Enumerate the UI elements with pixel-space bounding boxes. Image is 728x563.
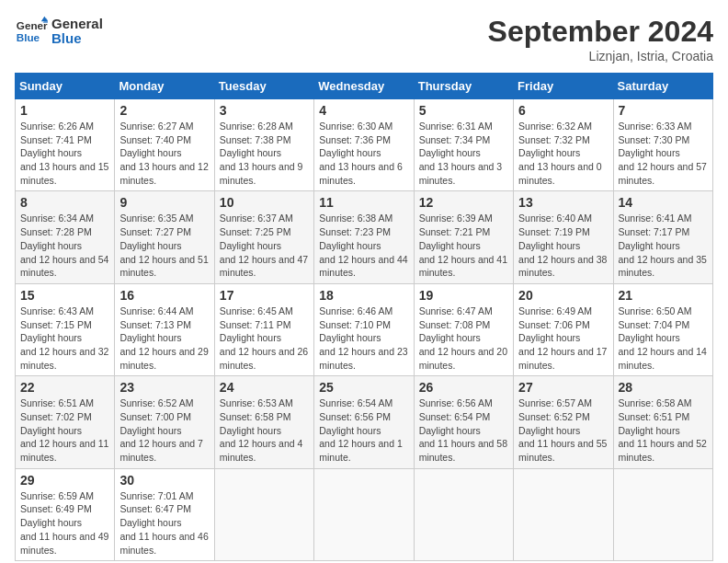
col-header-saturday: Saturday [613, 74, 712, 99]
calendar-cell: 13 Sunrise: 6:40 AMSunset: 7:19 PMDaylig… [514, 191, 613, 283]
day-detail: Sunrise: 6:30 AMSunset: 7:36 PMDaylight … [319, 121, 403, 186]
svg-text:Blue: Blue [17, 31, 40, 43]
day-number: 5 [419, 103, 508, 118]
calendar-cell: 23 Sunrise: 6:52 AMSunset: 7:00 PMDaylig… [115, 376, 214, 468]
day-detail: Sunrise: 6:57 AMSunset: 6:52 PMDaylight … [518, 397, 607, 463]
day-number: 8 [20, 195, 109, 210]
day-detail: Sunrise: 6:37 AMSunset: 7:25 PMDaylight … [220, 213, 308, 278]
calendar-table: SundayMondayTuesdayWednesdayThursdayFrid… [15, 73, 713, 561]
calendar-cell: 5 Sunrise: 6:31 AMSunset: 7:34 PMDayligh… [414, 99, 513, 191]
day-detail: Sunrise: 6:51 AMSunset: 7:02 PMDaylight … [20, 397, 108, 463]
calendar-week-4: 22 Sunrise: 6:51 AMSunset: 7:02 PMDaylig… [16, 376, 713, 468]
calendar-week-2: 8 Sunrise: 6:34 AMSunset: 7:28 PMDayligh… [16, 191, 713, 283]
logo: General Blue General Blue [15, 15, 103, 48]
header-row: SundayMondayTuesdayWednesdayThursdayFrid… [16, 74, 713, 99]
day-number: 26 [419, 380, 508, 395]
day-detail: Sunrise: 6:56 AMSunset: 6:54 PMDaylight … [419, 397, 507, 463]
calendar-cell: 25 Sunrise: 6:54 AMSunset: 6:56 PMDaylig… [314, 376, 414, 468]
day-number: 27 [518, 380, 608, 395]
calendar-cell: 16 Sunrise: 6:44 AMSunset: 7:13 PMDaylig… [115, 283, 214, 375]
calendar-cell: 27 Sunrise: 6:57 AMSunset: 6:52 PMDaylig… [514, 376, 613, 468]
day-number: 14 [619, 195, 708, 210]
logo-general: General [51, 17, 103, 32]
calendar-cell: 9 Sunrise: 6:35 AMSunset: 7:27 PMDayligh… [115, 191, 214, 283]
day-detail: Sunrise: 6:58 AMSunset: 6:51 PMDaylight … [619, 397, 707, 463]
calendar-cell [414, 468, 513, 560]
calendar-cell: 24 Sunrise: 6:53 AMSunset: 6:58 PMDaylig… [214, 376, 313, 468]
day-number: 18 [319, 288, 408, 303]
calendar-week-3: 15 Sunrise: 6:43 AMSunset: 7:15 PMDaylig… [16, 283, 713, 375]
day-number: 17 [220, 288, 309, 303]
day-detail: Sunrise: 6:38 AMSunset: 7:23 PMDaylight … [319, 213, 407, 278]
day-number: 6 [518, 103, 608, 118]
logo-icon: General Blue [15, 15, 48, 48]
calendar-cell: 2 Sunrise: 6:27 AMSunset: 7:40 PMDayligh… [115, 99, 214, 191]
day-number: 28 [619, 380, 708, 395]
col-header-monday: Monday [115, 74, 214, 99]
location: Liznjan, Istria, Croatia [488, 49, 713, 63]
day-number: 25 [319, 380, 408, 395]
calendar-cell: 11 Sunrise: 6:38 AMSunset: 7:23 PMDaylig… [314, 191, 414, 283]
day-detail: Sunrise: 6:49 AMSunset: 7:06 PMDaylight … [518, 305, 607, 371]
calendar-cell: 17 Sunrise: 6:45 AMSunset: 7:11 PMDaylig… [214, 283, 313, 375]
day-detail: Sunrise: 6:54 AMSunset: 6:56 PMDaylight … [319, 397, 403, 463]
calendar-cell: 1 Sunrise: 6:26 AMSunset: 7:41 PMDayligh… [16, 99, 115, 191]
col-header-friday: Friday [514, 74, 613, 99]
day-number: 1 [20, 103, 109, 118]
calendar-cell: 4 Sunrise: 6:30 AMSunset: 7:36 PMDayligh… [314, 99, 414, 191]
day-detail: Sunrise: 6:31 AMSunset: 7:34 PMDaylight … [419, 121, 503, 186]
page-header: General Blue General Blue September 2024… [15, 15, 713, 63]
calendar-cell: 28 Sunrise: 6:58 AMSunset: 6:51 PMDaylig… [613, 376, 712, 468]
day-number: 16 [119, 288, 209, 303]
calendar-cell: 30 Sunrise: 7:01 AMSunset: 6:47 PMDaylig… [115, 468, 214, 560]
col-header-thursday: Thursday [414, 74, 513, 99]
calendar-cell: 26 Sunrise: 6:56 AMSunset: 6:54 PMDaylig… [414, 376, 513, 468]
day-detail: Sunrise: 6:27 AMSunset: 7:40 PMDaylight … [119, 121, 208, 186]
calendar-cell: 8 Sunrise: 6:34 AMSunset: 7:28 PMDayligh… [16, 191, 115, 283]
day-detail: Sunrise: 6:59 AMSunset: 6:49 PMDaylight … [20, 490, 108, 556]
calendar-cell: 6 Sunrise: 6:32 AMSunset: 7:32 PMDayligh… [514, 99, 613, 191]
day-detail: Sunrise: 6:43 AMSunset: 7:15 PMDaylight … [20, 305, 108, 371]
calendar-cell: 29 Sunrise: 6:59 AMSunset: 6:49 PMDaylig… [16, 468, 115, 560]
day-detail: Sunrise: 6:35 AMSunset: 7:27 PMDaylight … [119, 213, 208, 278]
day-detail: Sunrise: 7:01 AMSunset: 6:47 PMDaylight … [119, 490, 208, 556]
day-number: 3 [220, 103, 309, 118]
day-detail: Sunrise: 6:26 AMSunset: 7:41 PMDaylight … [20, 121, 108, 186]
day-number: 7 [619, 103, 708, 118]
day-number: 24 [220, 380, 309, 395]
col-header-tuesday: Tuesday [214, 74, 313, 99]
calendar-cell: 19 Sunrise: 6:47 AMSunset: 7:08 PMDaylig… [414, 283, 513, 375]
calendar-cell: 18 Sunrise: 6:46 AMSunset: 7:10 PMDaylig… [314, 283, 414, 375]
calendar-cell [613, 468, 712, 560]
calendar-cell: 20 Sunrise: 6:49 AMSunset: 7:06 PMDaylig… [514, 283, 613, 375]
day-number: 9 [119, 195, 209, 210]
calendar-week-5: 29 Sunrise: 6:59 AMSunset: 6:49 PMDaylig… [16, 468, 713, 560]
day-number: 29 [20, 473, 109, 488]
calendar-week-1: 1 Sunrise: 6:26 AMSunset: 7:41 PMDayligh… [16, 99, 713, 191]
calendar-cell [314, 468, 414, 560]
day-number: 11 [319, 195, 408, 210]
day-number: 30 [119, 473, 209, 488]
day-detail: Sunrise: 6:40 AMSunset: 7:19 PMDaylight … [518, 213, 607, 278]
day-number: 12 [419, 195, 508, 210]
calendar-cell: 15 Sunrise: 6:43 AMSunset: 7:15 PMDaylig… [16, 283, 115, 375]
calendar-cell: 7 Sunrise: 6:33 AMSunset: 7:30 PMDayligh… [613, 99, 712, 191]
day-detail: Sunrise: 6:45 AMSunset: 7:11 PMDaylight … [220, 305, 308, 371]
day-number: 10 [220, 195, 309, 210]
title-block: September 2024 Liznjan, Istria, Croatia [488, 15, 713, 63]
day-detail: Sunrise: 6:53 AMSunset: 6:58 PMDaylight … [220, 397, 303, 463]
day-detail: Sunrise: 6:39 AMSunset: 7:21 PMDaylight … [419, 213, 507, 278]
day-number: 20 [518, 288, 608, 303]
day-detail: Sunrise: 6:41 AMSunset: 7:17 PMDaylight … [619, 213, 707, 278]
day-detail: Sunrise: 6:47 AMSunset: 7:08 PMDaylight … [419, 305, 507, 371]
day-number: 4 [319, 103, 408, 118]
calendar-cell: 14 Sunrise: 6:41 AMSunset: 7:17 PMDaylig… [613, 191, 712, 283]
day-detail: Sunrise: 6:46 AMSunset: 7:10 PMDaylight … [319, 305, 407, 371]
day-number: 23 [119, 380, 209, 395]
col-header-wednesday: Wednesday [314, 74, 414, 99]
calendar-cell: 3 Sunrise: 6:28 AMSunset: 7:38 PMDayligh… [214, 99, 313, 191]
col-header-sunday: Sunday [16, 74, 115, 99]
day-number: 22 [20, 380, 109, 395]
calendar-cell: 22 Sunrise: 6:51 AMSunset: 7:02 PMDaylig… [16, 376, 115, 468]
day-number: 15 [20, 288, 109, 303]
